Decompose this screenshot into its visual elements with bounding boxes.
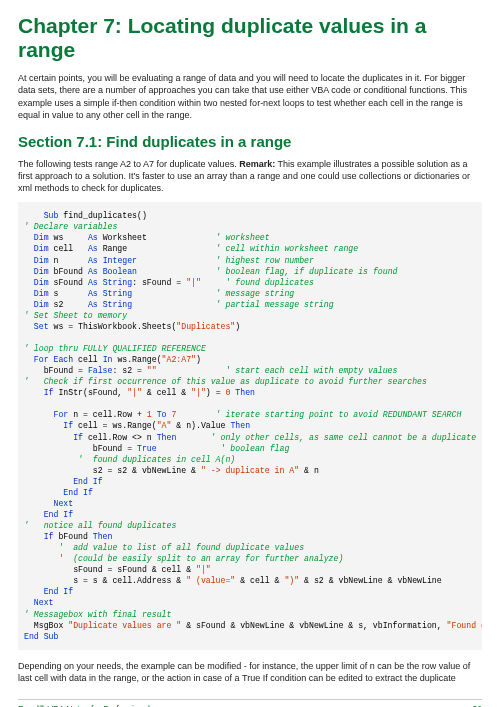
intro-paragraph: At certain points, you will be evaluatin… [18, 72, 482, 121]
code-block: Sub find_duplicates() ' Declare variable… [18, 202, 482, 649]
section-title: Section 7.1: Find duplicates in a range [18, 133, 482, 150]
chapter-title: Chapter 7: Locating duplicate values in … [18, 14, 482, 62]
section-paragraph: The following tests range A2 to A7 for d… [18, 158, 482, 194]
outro-paragraph: Depending on your needs, the example can… [18, 660, 482, 684]
page-footer: Excel® VBA Notes for Professionals 30 [18, 699, 482, 707]
